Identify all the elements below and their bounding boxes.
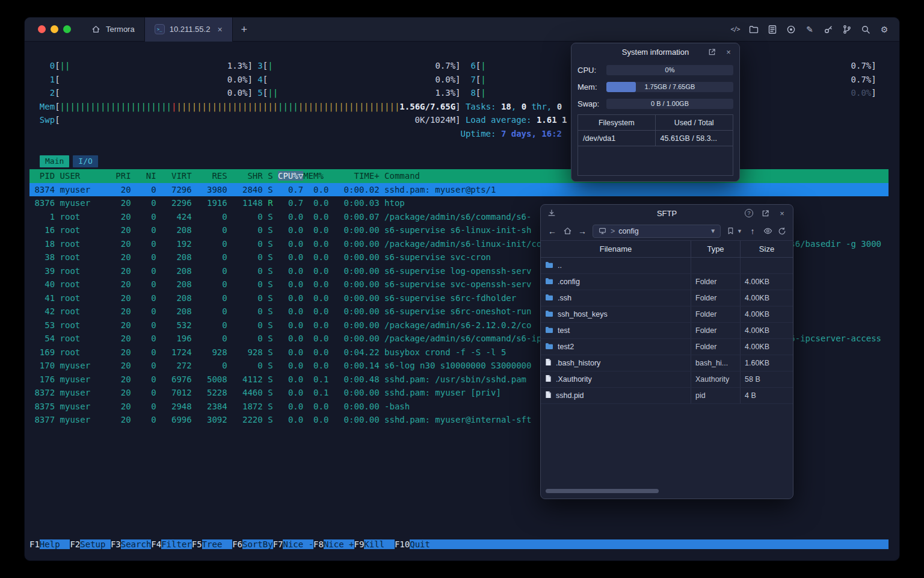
show-hidden-eye-icon[interactable] — [763, 226, 772, 236]
file-type: Folder — [691, 290, 741, 306]
forward-arrow-icon[interactable]: → — [577, 226, 588, 236]
back-arrow-icon[interactable]: ← — [547, 226, 558, 236]
file-size: 4.00KB — [741, 290, 793, 306]
tab-ssh-session[interactable]: >_ 10.211.55.2 × — [144, 17, 233, 42]
folder-icon — [545, 310, 553, 319]
code-icon[interactable]: </> — [730, 24, 741, 35]
column-size[interactable]: Size — [741, 241, 793, 257]
swap-label: Swap: — [578, 99, 606, 108]
titlebar: Termora >_ 10.211.55.2 × + </> ✎ — [25, 17, 899, 42]
cpu-meter-line: 0[|| 1.3%] 3[| 0.7%] 6[| 0.7%] — [29, 59, 876, 73]
fn-action-nice-[interactable]: Nice - — [283, 539, 313, 549]
zoom-window-button[interactable] — [63, 25, 71, 33]
minimize-window-button[interactable] — [51, 25, 58, 33]
uptime-line: Uptime: 7 days, 16:2 — [29, 127, 876, 141]
file-type: Folder — [691, 323, 741, 338]
close-panel-icon[interactable]: × — [724, 47, 733, 57]
mem-usage-row: Mem: 1.75GB / 7.65GB — [571, 79, 739, 94]
htop-view-tabs: MainI/O — [40, 155, 98, 167]
process-table-header[interactable]: PID USER PRI NI VIRT RES SHR S CPU%▽MEM%… — [29, 169, 889, 183]
file-size: 58 B — [741, 371, 793, 387]
fn-action-filter[interactable]: Filter — [161, 539, 192, 549]
sftp-file-row[interactable]: .configFolder4.00KB — [541, 274, 793, 290]
file-icon — [545, 391, 552, 400]
fn-action-nice+[interactable]: Nice + — [324, 539, 354, 549]
column-filename[interactable]: Filename — [541, 241, 691, 257]
bookmark-chevron-icon[interactable]: ▼ — [737, 228, 742, 234]
fn-action-help[interactable]: Help — [40, 539, 70, 549]
sftp-file-row[interactable]: sshd.pidpid4 B — [541, 388, 793, 404]
folder-icon[interactable] — [748, 24, 759, 35]
htop-tab-io[interactable]: I/O — [73, 155, 97, 167]
new-tab-button[interactable]: + — [233, 17, 256, 42]
pencil-icon[interactable]: ✎ — [804, 24, 815, 35]
path-bar[interactable]: > config ▼ — [593, 225, 721, 238]
file-name: sshd.pid — [556, 391, 584, 400]
home-icon[interactable] — [562, 226, 572, 236]
process-row-selected[interactable]: 8374 myuser 20 0 7296 3980 2840 S 0.7 0.… — [29, 183, 889, 197]
sort-column-cpu[interactable]: CPU%▽ — [278, 171, 303, 181]
mem-meter-line: Mem[||||||||||||||||||||||||||||||||||||… — [29, 100, 876, 114]
file-type: Xauthority — [691, 371, 741, 387]
fn-action-search[interactable]: Search — [121, 539, 152, 549]
path-separator: > — [611, 227, 615, 235]
file-icon — [545, 374, 552, 384]
home-icon — [90, 24, 101, 35]
open-external-icon[interactable] — [707, 47, 716, 57]
close-panel-icon[interactable]: × — [777, 208, 787, 218]
chevron-down-icon[interactable]: ▼ — [710, 228, 716, 234]
htop-function-key-bar: F1Help F2Setup F3SearchF4FilterF5Tree F6… — [29, 538, 889, 552]
file-name: test2 — [558, 343, 574, 351]
sftp-file-row[interactable]: .. — [541, 258, 793, 274]
close-tab-icon[interactable]: × — [217, 25, 222, 34]
up-directory-icon[interactable]: ↑ — [747, 226, 758, 236]
folder-icon — [545, 343, 553, 352]
bookmark-icon[interactable] — [725, 226, 735, 236]
download-icon[interactable] — [547, 208, 556, 218]
close-window-button[interactable] — [38, 25, 46, 33]
file-size: 4.00KB — [741, 274, 793, 290]
htop-tab-main[interactable]: Main — [40, 155, 69, 167]
fn-action-setup[interactable]: Setup — [80, 539, 111, 549]
file-size: 4 B — [741, 388, 793, 403]
sftp-file-row[interactable]: test2Folder4.00KB — [541, 339, 793, 355]
open-external-icon[interactable] — [760, 208, 770, 218]
file-icon — [545, 358, 552, 368]
file-size: 4.00KB — [741, 306, 793, 322]
fn-action-tree[interactable]: Tree — [202, 539, 233, 549]
fn-key-f6: F6 — [232, 539, 242, 549]
swap-usage-bar: 0 B / 1.00GB — [606, 99, 733, 109]
tab-termora-home[interactable]: Termora — [81, 17, 144, 42]
refresh-icon[interactable] — [777, 226, 787, 236]
cpu-usage-bar: 0% — [606, 65, 733, 75]
record-icon[interactable] — [786, 24, 796, 35]
horizontal-scrollbar[interactable] — [546, 489, 659, 493]
fn-action-sortby[interactable]: SortBy — [242, 539, 273, 549]
folder-icon — [545, 278, 553, 287]
file-list-icon[interactable] — [767, 24, 778, 35]
sftp-file-row[interactable]: testFolder4.00KB — [541, 323, 793, 339]
terminal-icon: >_ — [155, 24, 165, 34]
sftp-table-header[interactable]: Filename Type Size — [541, 241, 793, 258]
git-branch-icon[interactable] — [842, 24, 852, 35]
file-type: bash_hi... — [691, 355, 741, 371]
panel-title: System information — [622, 48, 689, 57]
file-type: Folder — [691, 339, 741, 355]
swap-usage-row: Swap: 0 B / 1.00GB — [571, 96, 739, 111]
sftp-file-row[interactable]: ssh_host_keysFolder4.00KB — [541, 306, 793, 323]
sftp-titlebar: SFTP ? × — [541, 205, 793, 222]
system-information-panel: System information × CPU: 0% Mem: 1.75GB… — [571, 43, 740, 182]
fn-action-quit[interactable]: Quit — [410, 539, 440, 549]
help-icon[interactable]: ? — [745, 209, 753, 217]
column-type[interactable]: Type — [691, 241, 741, 257]
sftp-file-row[interactable]: .bash_historybash_hi...1.60KB — [541, 355, 793, 371]
search-icon[interactable] — [860, 24, 871, 35]
file-name: .config — [558, 278, 580, 286]
current-path: config — [618, 227, 638, 235]
sftp-file-row[interactable]: .sshFolder4.00KB — [541, 290, 793, 306]
fn-action-kill[interactable]: Kill — [364, 539, 395, 549]
tab-label: 10.211.55.2 — [170, 25, 211, 34]
key-icon[interactable] — [823, 24, 834, 35]
sftp-file-row[interactable]: .XauthorityXauthority58 B — [541, 371, 793, 388]
settings-gear-icon[interactable]: ⚙ — [879, 24, 890, 35]
